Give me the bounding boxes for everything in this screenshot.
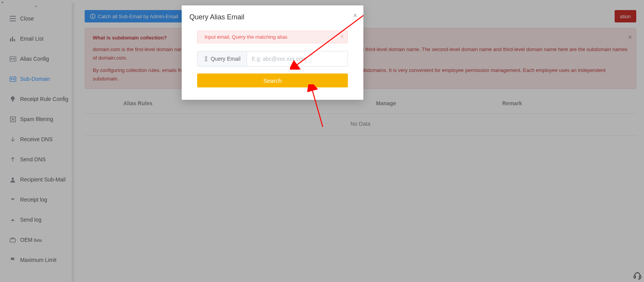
query-alias-email-modal: Query Alias Email × Input email, Query t…	[182, 5, 363, 100]
svg-point-21	[205, 60, 207, 61]
modal-alert-close-icon[interactable]: ×	[341, 33, 344, 39]
input-addon-label: Query Email	[211, 56, 240, 62]
support-headset-icon[interactable]	[633, 271, 642, 280]
svg-rect-26	[639, 276, 641, 278]
button-label: Search	[263, 77, 282, 84]
input-addon: Query Email	[198, 51, 247, 66]
modal-alert-text: Input email, Query the matching alias	[204, 34, 288, 40]
query-email-input-group: Query Email	[197, 51, 348, 67]
modal-close-icon[interactable]: ×	[353, 12, 357, 20]
svg-rect-25	[634, 276, 635, 278]
modal-title: Query Alias Email	[189, 13, 356, 21]
link-icon	[204, 56, 208, 62]
modal-body: Input email, Query the matching alias × …	[189, 21, 356, 87]
modal-alert: Input email, Query the matching alias ×	[197, 31, 348, 43]
search-button[interactable]: Search	[197, 73, 348, 87]
query-email-input[interactable]	[247, 51, 348, 66]
svg-point-20	[205, 56, 207, 58]
